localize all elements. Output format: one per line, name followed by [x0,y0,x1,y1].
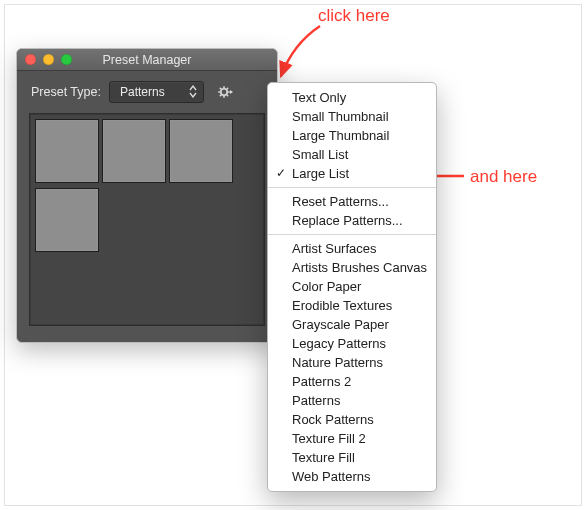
menu-item-text-only[interactable]: Text Only [268,88,436,107]
svg-line-8 [220,95,221,96]
annotation-arrow-1 [275,24,335,84]
preset-thumbnail[interactable] [102,119,166,183]
toolbar: Preset Type: Patterns [17,71,277,109]
menu-item-small-thumbnail[interactable]: Small Thumbnail [268,107,436,126]
menu-item-erodible-textures[interactable]: Erodible Textures [268,296,436,315]
window-controls [25,54,72,65]
menu-item-large-list[interactable]: Large List [268,164,436,183]
annotation-click-here: click here [318,6,390,26]
menu-item-rock-patterns[interactable]: Rock Patterns [268,410,436,429]
menu-item-patterns[interactable]: Patterns [268,391,436,410]
minimize-icon[interactable] [43,54,54,65]
menu-item-replace-patterns[interactable]: Replace Patterns... [268,211,436,230]
menu-item-reset-patterns[interactable]: Reset Patterns... [268,192,436,211]
preset-type-select[interactable]: Patterns [109,81,204,103]
preset-grid [29,113,265,326]
flyout-menu: Text Only Small Thumbnail Large Thumbnai… [267,82,437,492]
svg-line-7 [227,95,228,96]
preset-type-label: Preset Type: [31,85,101,99]
menu-separator [268,187,436,188]
annotation-and-here: and here [470,167,537,187]
close-icon[interactable] [25,54,36,65]
flyout-menu-button[interactable] [216,83,234,101]
menu-item-color-paper[interactable]: Color Paper [268,277,436,296]
menu-item-patterns-2[interactable]: Patterns 2 [268,372,436,391]
menu-item-artists-brushes-canvas[interactable]: Artists Brushes Canvas [268,258,436,277]
menu-item-web-patterns[interactable]: Web Patterns [268,467,436,486]
svg-line-6 [220,88,221,89]
svg-point-1 [221,89,227,95]
preset-manager-window: Preset Manager Preset Type: Patterns [16,48,278,343]
menu-item-texture-fill-2[interactable]: Texture Fill 2 [268,429,436,448]
menu-item-large-thumbnail[interactable]: Large Thumbnail [268,126,436,145]
preset-type-value: Patterns [120,85,165,99]
preset-thumbnail[interactable] [169,119,233,183]
menu-item-grayscale-paper[interactable]: Grayscale Paper [268,315,436,334]
menu-item-artist-surfaces[interactable]: Artist Surfaces [268,239,436,258]
svg-line-9 [227,88,228,89]
preset-thumbnail[interactable] [35,119,99,183]
window-title: Preset Manager [103,53,192,67]
menu-item-texture-fill[interactable]: Texture Fill [268,448,436,467]
menu-separator [268,234,436,235]
menu-item-small-list[interactable]: Small List [268,145,436,164]
menu-item-legacy-patterns[interactable]: Legacy Patterns [268,334,436,353]
preset-thumbnail[interactable] [35,188,99,252]
gear-icon [216,83,234,101]
titlebar[interactable]: Preset Manager [17,49,277,71]
menu-item-nature-patterns[interactable]: Nature Patterns [268,353,436,372]
maximize-icon[interactable] [61,54,72,65]
updown-icon [189,85,197,98]
